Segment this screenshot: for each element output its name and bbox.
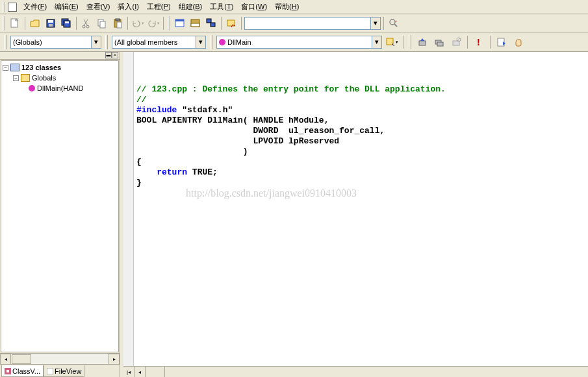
function-combo[interactable]: DllMain ▾: [216, 36, 382, 49]
dropdown-arrow-icon[interactable]: ▾: [91, 36, 101, 48]
scroll-first-button[interactable]: |◂: [123, 367, 134, 377]
tree-globals-label: Globals: [32, 74, 56, 82]
scroll-right-button[interactable]: ▸: [109, 354, 120, 365]
tab-classview[interactable]: ClassV...: [1, 365, 44, 377]
menu-h[interactable]: 帮助(H): [271, 1, 303, 12]
mdi-doc-icon[interactable]: [8, 3, 17, 12]
class-tree[interactable]: − 123 classes − Globals DllMain(HAND: [1, 60, 119, 352]
scope-combo-label: (Globals): [13, 38, 90, 46]
svg-rect-25: [419, 41, 426, 45]
code-line: {: [136, 157, 585, 167]
build-button[interactable]: [415, 35, 429, 49]
svg-rect-6: [65, 21, 69, 23]
code-line: BOOL APIENTRY DllMain( HANDLE hModule,: [136, 116, 585, 126]
expand-toggle[interactable]: −: [3, 65, 8, 71]
code-text-area[interactable]: http://blog.csdn.net/jiangwei0910410003 …: [134, 52, 588, 366]
scope-combo[interactable]: (Globals) ▾: [10, 36, 101, 49]
sidebar-hscroll[interactable]: ◂ ▸: [0, 353, 120, 364]
members-combo[interactable]: (All global members ▾: [112, 36, 206, 49]
code-line: DWORD ul_reason_for_call,: [136, 126, 585, 136]
wizbar-grip[interactable]: [4, 35, 6, 49]
save-all-button[interactable]: [59, 16, 73, 30]
build-all-button[interactable]: [432, 35, 446, 49]
toolbar-grip[interactable]: [3, 16, 5, 30]
new-file-button[interactable]: [8, 16, 22, 30]
stop-build-button[interactable]: [449, 35, 463, 49]
svg-rect-3: [49, 24, 53, 27]
dropdown-arrow-icon[interactable]: ▾: [196, 36, 205, 48]
workspace-sidebar: ▬ × − 123 classes − Globals DllMain(HAND…: [0, 52, 120, 377]
redo-button[interactable]: ▾: [146, 16, 160, 30]
svg-rect-2: [48, 20, 53, 23]
tree-root-label: 123 classes: [21, 64, 61, 71]
dropdown-arrow-icon[interactable]: ▾: [372, 36, 381, 48]
svg-point-21: [390, 19, 395, 25]
menu-b[interactable]: 组建(B): [175, 1, 207, 12]
toolbar-grip-2[interactable]: [168, 16, 170, 30]
wizbar-grip-3[interactable]: [210, 35, 212, 49]
tile-button[interactable]: [224, 16, 238, 30]
method-icon: [29, 85, 35, 91]
tab-fileview[interactable]: FileView: [44, 365, 84, 377]
find-combo[interactable]: ▾: [244, 17, 381, 30]
scroll-thumb[interactable]: [12, 354, 31, 364]
tree-func[interactable]: DllMain(HAND: [3, 83, 117, 93]
scroll-track[interactable]: [11, 354, 109, 364]
copy-button[interactable]: [95, 16, 109, 30]
menu-p[interactable]: 工程(P): [143, 1, 175, 12]
menubar-grip[interactable]: [3, 2, 5, 12]
svg-rect-27: [437, 42, 443, 46]
cut-button[interactable]: [79, 16, 94, 30]
tree-func-label: DllMain(HAND: [37, 84, 84, 92]
window-list-button[interactable]: [204, 16, 218, 30]
tab-classview-label: ClassV...: [12, 367, 40, 375]
code-line: // 123.cpp : Defines the entry point for…: [136, 84, 585, 95]
svg-rect-17: [191, 23, 199, 27]
open-button[interactable]: [28, 16, 42, 30]
code-line: }: [136, 178, 585, 188]
editor-gutter[interactable]: [123, 52, 134, 366]
editor-hscroll-track[interactable]: [165, 367, 588, 377]
output-window-button[interactable]: [188, 16, 203, 30]
execute-button[interactable]: !: [472, 35, 486, 49]
svg-rect-12: [116, 19, 120, 21]
main-area: ▬ × − 123 classes − Globals DllMain(HAND…: [0, 52, 588, 377]
breakpoint-hand-button[interactable]: [511, 35, 526, 49]
svg-rect-15: [175, 19, 184, 21]
fileview-icon: [47, 368, 53, 374]
editor-bottom-bar: |◂ ◂: [123, 366, 588, 377]
save-button[interactable]: [44, 16, 58, 30]
menu-w[interactable]: 窗口(W): [237, 1, 271, 12]
sidebar-close-icon[interactable]: ×: [112, 52, 118, 58]
expand-toggle[interactable]: −: [13, 75, 19, 81]
svg-rect-19: [211, 23, 215, 27]
svg-line-22: [394, 24, 397, 27]
menu-f[interactable]: 文件(F): [19, 1, 51, 12]
svg-rect-13: [117, 22, 121, 28]
tree-globals[interactable]: − Globals: [3, 73, 117, 83]
sidebar-header: ▬ ×: [0, 52, 120, 60]
wizbar-grip-4[interactable]: [409, 35, 411, 49]
go-button[interactable]: [494, 35, 509, 49]
function-combo-label: DllMain: [227, 38, 370, 46]
undo-button[interactable]: ▾: [131, 16, 145, 30]
scroll-prev-button[interactable]: ◂: [134, 367, 146, 377]
dropdown-arrow-icon[interactable]: ▾: [370, 18, 380, 29]
menu-t[interactable]: 工具(T): [206, 1, 237, 12]
menu-e[interactable]: 编辑(E): [51, 1, 83, 12]
tree-root[interactable]: − 123 classes: [3, 62, 117, 73]
svg-rect-18: [207, 19, 211, 23]
wizard-bar: (Globals) ▾ (All global members ▾ DllMai…: [0, 32, 588, 52]
menu-i[interactable]: 插入(I): [114, 1, 142, 12]
menu-v[interactable]: 查看(V): [83, 1, 114, 12]
standard-toolbar: ▾ ▾ ▾ +: [0, 14, 588, 32]
split-box[interactable]: [146, 367, 165, 377]
goto-button[interactable]: ▾: [385, 35, 399, 49]
scroll-left-button[interactable]: ◂: [0, 354, 11, 365]
code-line: #include "stdafx.h": [136, 105, 585, 116]
wizbar-grip-2[interactable]: [105, 35, 108, 49]
workspace-button[interactable]: [173, 16, 187, 30]
find-in-files-button[interactable]: +: [387, 16, 401, 30]
sidebar-dock-icon[interactable]: ▬: [105, 52, 112, 58]
paste-button[interactable]: [110, 16, 125, 30]
